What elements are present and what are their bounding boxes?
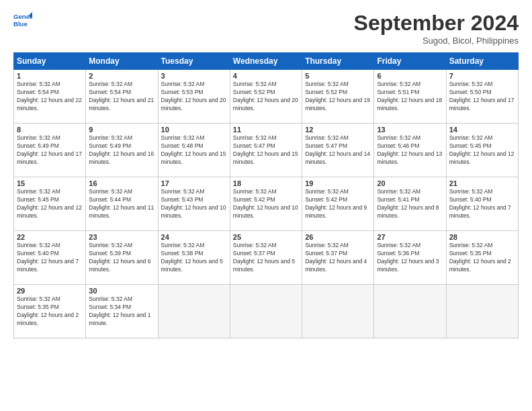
day-number: 15 <box>17 179 83 187</box>
table-row: 5Sunrise: 5:32 AMSunset: 5:52 PMDaylight… <box>302 70 374 124</box>
day-info: Sunrise: 5:32 AMSunset: 5:52 PMDaylight:… <box>305 81 371 113</box>
table-row: 14Sunrise: 5:32 AMSunset: 5:45 PMDayligh… <box>446 124 518 177</box>
day-number: 16 <box>89 179 154 187</box>
table-row: 24Sunrise: 5:32 AMSunset: 5:38 PMDayligh… <box>158 231 230 285</box>
calendar-header-row: Sunday Monday Tuesday Wednesday Thursday… <box>14 53 519 70</box>
day-info: Sunrise: 5:32 AMSunset: 5:40 PMDaylight:… <box>449 188 515 220</box>
day-number: 5 <box>305 72 371 80</box>
day-info: Sunrise: 5:32 AMSunset: 5:40 PMDaylight:… <box>17 242 83 274</box>
table-row: 18Sunrise: 5:32 AMSunset: 5:42 PMDayligh… <box>230 177 302 231</box>
day-number: 17 <box>161 179 227 187</box>
calendar-week-row: 22Sunrise: 5:32 AMSunset: 5:40 PMDayligh… <box>14 231 519 285</box>
day-info: Sunrise: 5:32 AMSunset: 5:42 PMDaylight:… <box>305 188 371 220</box>
col-friday: Friday <box>374 53 446 70</box>
day-number: 27 <box>377 233 443 241</box>
table-row: 23Sunrise: 5:32 AMSunset: 5:39 PMDayligh… <box>86 231 158 285</box>
day-number: 20 <box>377 179 443 187</box>
day-number: 9 <box>89 126 154 134</box>
day-info: Sunrise: 5:32 AMSunset: 5:38 PMDaylight:… <box>161 242 227 274</box>
day-info: Sunrise: 5:32 AMSunset: 5:37 PMDaylight:… <box>305 242 371 274</box>
day-number: 26 <box>305 233 371 241</box>
day-number: 22 <box>17 233 83 241</box>
day-number: 24 <box>161 233 227 241</box>
table-row <box>374 285 446 338</box>
day-info: Sunrise: 5:32 AMSunset: 5:54 PMDaylight:… <box>89 81 154 113</box>
calendar: Sunday Monday Tuesday Wednesday Thursday… <box>13 52 519 338</box>
day-info: Sunrise: 5:32 AMSunset: 5:53 PMDaylight:… <box>161 81 227 113</box>
calendar-week-row: 8Sunrise: 5:32 AMSunset: 5:49 PMDaylight… <box>14 124 519 177</box>
table-row: 13Sunrise: 5:32 AMSunset: 5:46 PMDayligh… <box>374 124 446 177</box>
table-row: 15Sunrise: 5:32 AMSunset: 5:45 PMDayligh… <box>14 177 86 231</box>
col-saturday: Saturday <box>446 53 518 70</box>
logo-icon: General Blue <box>13 11 32 30</box>
table-row: 26Sunrise: 5:32 AMSunset: 5:37 PMDayligh… <box>302 231 374 285</box>
day-info: Sunrise: 5:32 AMSunset: 5:47 PMDaylight:… <box>233 134 299 167</box>
day-info: Sunrise: 5:32 AMSunset: 5:52 PMDaylight:… <box>233 81 299 113</box>
table-row: 8Sunrise: 5:32 AMSunset: 5:49 PMDaylight… <box>14 124 86 177</box>
day-info: Sunrise: 5:32 AMSunset: 5:35 PMDaylight:… <box>449 242 515 274</box>
day-number: 1 <box>17 72 83 80</box>
location: Sugod, Bicol, Philippines <box>354 36 519 46</box>
day-number: 25 <box>233 233 299 241</box>
table-row: 19Sunrise: 5:32 AMSunset: 5:42 PMDayligh… <box>302 177 374 231</box>
day-info: Sunrise: 5:32 AMSunset: 5:49 PMDaylight:… <box>89 134 154 167</box>
day-info: Sunrise: 5:32 AMSunset: 5:46 PMDaylight:… <box>377 134 443 167</box>
table-row: 25Sunrise: 5:32 AMSunset: 5:37 PMDayligh… <box>230 231 302 285</box>
day-number: 6 <box>377 72 443 80</box>
table-row: 7Sunrise: 5:32 AMSunset: 5:50 PMDaylight… <box>446 70 518 124</box>
day-number: 2 <box>89 72 154 80</box>
table-row: 29Sunrise: 5:32 AMSunset: 5:35 PMDayligh… <box>14 285 86 338</box>
col-tuesday: Tuesday <box>158 53 230 70</box>
table-row: 3Sunrise: 5:32 AMSunset: 5:53 PMDaylight… <box>158 70 230 124</box>
calendar-week-row: 15Sunrise: 5:32 AMSunset: 5:45 PMDayligh… <box>14 177 519 231</box>
day-info: Sunrise: 5:32 AMSunset: 5:47 PMDaylight:… <box>305 134 371 167</box>
logo: General Blue <box>13 11 32 30</box>
day-number: 14 <box>449 126 515 134</box>
table-row: 30Sunrise: 5:32 AMSunset: 5:34 PMDayligh… <box>86 285 158 338</box>
table-row: 6Sunrise: 5:32 AMSunset: 5:51 PMDaylight… <box>374 70 446 124</box>
calendar-week-row: 1Sunrise: 5:32 AMSunset: 5:54 PMDaylight… <box>14 70 519 124</box>
day-info: Sunrise: 5:32 AMSunset: 5:50 PMDaylight:… <box>449 81 515 113</box>
table-row: 12Sunrise: 5:32 AMSunset: 5:47 PMDayligh… <box>302 124 374 177</box>
day-info: Sunrise: 5:32 AMSunset: 5:45 PMDaylight:… <box>449 134 515 167</box>
day-number: 30 <box>89 287 154 295</box>
table-row: 17Sunrise: 5:32 AMSunset: 5:43 PMDayligh… <box>158 177 230 231</box>
day-info: Sunrise: 5:32 AMSunset: 5:44 PMDaylight:… <box>89 188 154 220</box>
table-row: 1Sunrise: 5:32 AMSunset: 5:54 PMDaylight… <box>14 70 86 124</box>
day-number: 7 <box>449 72 515 80</box>
table-row: 20Sunrise: 5:32 AMSunset: 5:41 PMDayligh… <box>374 177 446 231</box>
page-header: General Blue September 2024 Sugod, Bicol… <box>13 11 519 46</box>
day-number: 10 <box>161 126 227 134</box>
day-number: 19 <box>305 179 371 187</box>
day-number: 3 <box>161 72 227 80</box>
day-number: 8 <box>17 126 83 134</box>
day-info: Sunrise: 5:32 AMSunset: 5:51 PMDaylight:… <box>377 81 443 113</box>
day-info: Sunrise: 5:32 AMSunset: 5:36 PMDaylight:… <box>377 242 443 274</box>
table-row: 2Sunrise: 5:32 AMSunset: 5:54 PMDaylight… <box>86 70 158 124</box>
day-number: 13 <box>377 126 443 134</box>
table-row: 10Sunrise: 5:32 AMSunset: 5:48 PMDayligh… <box>158 124 230 177</box>
day-info: Sunrise: 5:32 AMSunset: 5:37 PMDaylight:… <box>233 242 299 274</box>
day-info: Sunrise: 5:32 AMSunset: 5:54 PMDaylight:… <box>17 81 83 113</box>
table-row <box>158 285 230 338</box>
table-row: 11Sunrise: 5:32 AMSunset: 5:47 PMDayligh… <box>230 124 302 177</box>
day-number: 4 <box>233 72 299 80</box>
table-row: 9Sunrise: 5:32 AMSunset: 5:49 PMDaylight… <box>86 124 158 177</box>
table-row <box>302 285 374 338</box>
col-monday: Monday <box>86 53 158 70</box>
day-info: Sunrise: 5:32 AMSunset: 5:42 PMDaylight:… <box>233 188 299 220</box>
day-number: 11 <box>233 126 299 134</box>
calendar-week-row: 29Sunrise: 5:32 AMSunset: 5:35 PMDayligh… <box>14 285 519 338</box>
svg-text:General: General <box>13 13 32 20</box>
day-info: Sunrise: 5:32 AMSunset: 5:41 PMDaylight:… <box>377 188 443 220</box>
title-block: September 2024 Sugod, Bicol, Philippines <box>354 11 519 46</box>
day-info: Sunrise: 5:32 AMSunset: 5:43 PMDaylight:… <box>161 188 227 220</box>
table-row <box>446 285 518 338</box>
col-wednesday: Wednesday <box>230 53 302 70</box>
month-title: September 2024 <box>354 11 519 36</box>
table-row: 16Sunrise: 5:32 AMSunset: 5:44 PMDayligh… <box>86 177 158 231</box>
day-number: 18 <box>233 179 299 187</box>
day-number: 29 <box>17 287 83 295</box>
day-info: Sunrise: 5:32 AMSunset: 5:34 PMDaylight:… <box>89 295 154 328</box>
day-number: 12 <box>305 126 371 134</box>
